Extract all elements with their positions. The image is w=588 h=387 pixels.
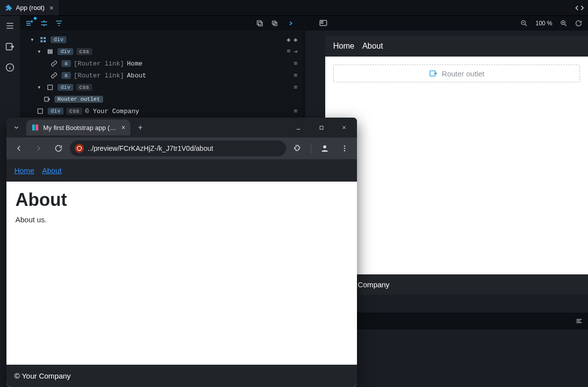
css-pill[interactable]: css <box>76 48 92 55</box>
editor-toolbar: 100 % <box>20 16 588 31</box>
tab-search-dropdown-icon[interactable] <box>9 121 23 134</box>
caret-down-icon[interactable]: ▾ <box>36 48 43 55</box>
tree-action-arrow-icon[interactable]: ⇥ <box>294 48 297 56</box>
tree-row-root[interactable]: ▾ div ◆ ◆ <box>22 34 300 46</box>
tree-action-lines-icon[interactable]: ≡ <box>287 48 291 56</box>
window-minimize-icon[interactable] <box>289 121 308 134</box>
tag-pill: div <box>58 48 73 55</box>
tag-pill: div <box>48 108 63 115</box>
router-outlet-placeholder[interactable]: Router outlet <box>333 64 580 82</box>
svg-rect-2 <box>257 20 261 24</box>
tree-row-router-outlet[interactable]: Router outlet <box>22 93 300 105</box>
svg-rect-3 <box>258 22 262 26</box>
svg-rect-10 <box>41 37 43 39</box>
preview-footer: © Your Company <box>325 274 588 295</box>
preview-nav: Home About <box>325 36 588 57</box>
tb-run-arrow-icon[interactable] <box>284 18 295 29</box>
tree-action-lines-icon[interactable]: ≡ <box>294 84 297 91</box>
browser-reload-icon[interactable] <box>50 140 67 157</box>
tree-row-body[interactable]: ▾ div css ≡ <box>22 81 300 93</box>
tag-pill: div <box>58 84 73 91</box>
svg-rect-15 <box>50 49 51 54</box>
svg-rect-22 <box>36 125 38 130</box>
tree-text: © Your Company <box>85 108 139 115</box>
page-title: About <box>15 190 348 210</box>
svg-point-24 <box>77 146 81 150</box>
caret-down-icon[interactable]: ▾ <box>29 36 36 43</box>
tree-action-lines-icon[interactable]: ≡ <box>294 108 297 115</box>
tb-zoom-in-icon[interactable] <box>558 18 569 29</box>
svg-point-28 <box>344 150 346 151</box>
app-nav-home[interactable]: Home <box>14 166 34 175</box>
address-input[interactable] <box>88 144 281 152</box>
box-icon <box>36 107 45 116</box>
preview-nav-home[interactable]: Home <box>333 42 354 51</box>
extensions-icon[interactable] <box>289 140 306 157</box>
tb-add-element-icon[interactable] <box>24 18 35 29</box>
preview-nav-about[interactable]: About <box>362 42 383 51</box>
svg-rect-23 <box>320 126 323 129</box>
tree-row-link-home[interactable]: a [Router link] Home ≡ <box>22 58 300 69</box>
browser-tabstrip: My first Bootstrap app (preview × <box>6 118 357 137</box>
tb-duplicate-icon[interactable] <box>269 18 280 29</box>
app-nav: Home About <box>6 159 357 182</box>
browser-back-icon[interactable] <box>10 140 27 157</box>
browser-forward-icon[interactable] <box>30 140 47 157</box>
tb-filter-icon[interactable] <box>54 18 64 29</box>
rail-info-icon[interactable] <box>3 61 17 74</box>
close-tab-icon[interactable]: × <box>50 4 54 12</box>
tb-copy-icon[interactable] <box>254 18 265 29</box>
outlet-icon <box>43 95 52 104</box>
browser-tab-title: My first Bootstrap app (preview <box>43 124 118 131</box>
console-lines-icon[interactable] <box>575 317 583 325</box>
tb-viewport-icon[interactable] <box>318 18 329 29</box>
browser-tab[interactable]: My first Bootstrap app (preview × <box>26 120 130 135</box>
svg-rect-14 <box>48 49 49 54</box>
browser-content: Home About About About us. © Your Compan… <box>6 159 357 387</box>
window-close-icon[interactable] <box>334 121 354 134</box>
browser-tab-close-icon[interactable]: × <box>121 124 125 131</box>
address-bar[interactable] <box>70 140 286 156</box>
app-nav-about[interactable]: About <box>42 166 61 175</box>
caret-down-icon[interactable]: ▾ <box>36 84 43 91</box>
svg-rect-11 <box>44 37 46 39</box>
tree-action-lines-icon[interactable]: ≡ <box>294 72 297 79</box>
svg-rect-12 <box>41 40 43 42</box>
page-body: About us. <box>15 215 348 224</box>
rail-export-icon[interactable] <box>3 40 17 54</box>
tree-row-nav[interactable]: ▾ div css ≡ ⇥ <box>22 46 300 58</box>
css-pill[interactable]: css <box>76 84 92 91</box>
app-page: About About us. <box>6 182 357 365</box>
columns-icon <box>46 47 55 56</box>
browser-menu-icon[interactable] <box>336 140 353 157</box>
tag-pill: div <box>51 36 66 43</box>
svg-rect-21 <box>32 125 35 130</box>
tb-refresh-icon[interactable] <box>573 18 584 29</box>
tree-action-style-icon[interactable]: ◆ <box>287 36 291 44</box>
tree-row-link-about[interactable]: a [Router link] About ≡ <box>22 69 300 81</box>
favicon-icon <box>31 124 39 131</box>
site-identity-icon[interactable] <box>75 144 84 153</box>
tree-row-footer[interactable]: div css © Your Company ≡ <box>22 105 300 117</box>
svg-rect-7 <box>321 21 323 23</box>
link-icon <box>50 59 59 68</box>
css-pill[interactable]: css <box>66 108 82 115</box>
profile-icon[interactable] <box>316 140 333 157</box>
tb-zoom-out-icon[interactable] <box>519 18 529 29</box>
svg-rect-16 <box>51 49 52 54</box>
tb-align-icon[interactable] <box>39 18 50 29</box>
rail-tree-list-icon[interactable] <box>3 19 17 33</box>
app-footer: © Your Company <box>6 365 357 387</box>
browser-window: My first Bootstrap app (preview × <box>6 118 357 387</box>
editor-tab-app-root[interactable]: App (root) × <box>0 0 59 15</box>
svg-point-25 <box>323 145 326 148</box>
editor-tabbar: App (root) × <box>0 0 588 16</box>
tree-action-more-icon[interactable]: ◆ <box>294 36 297 44</box>
browser-new-tab-icon[interactable] <box>133 121 147 134</box>
code-toggle-button[interactable] <box>571 0 588 15</box>
designer-preview: Home About Router outlet © Your Company <box>325 36 588 295</box>
tree-action-lines-icon[interactable]: ≡ <box>294 60 297 67</box>
editor-tab-title: App (root) <box>16 4 45 11</box>
tree-text: About <box>127 72 146 79</box>
window-maximize-icon[interactable] <box>311 121 331 134</box>
